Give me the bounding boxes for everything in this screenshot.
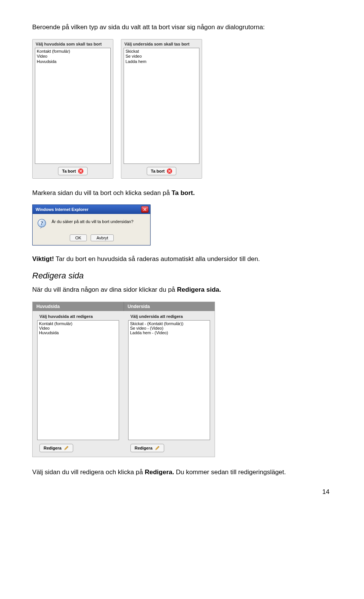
list-item[interactable]: Ladda hem [126,59,198,64]
edit-sub-list[interactable]: Skickat - (Kontakt (formulär)) Se video … [128,320,210,440]
edit-sub-subtitle: Välj undersida att redigera [124,311,215,320]
delete-button[interactable]: Ta bort [147,167,176,175]
outro-pre: Välj sidan du vill redigera och klicka p… [32,469,145,476]
delete-sub-title: Välj undersida som skall tas bort [121,39,202,48]
edit-main-subtitle: Välj huvudsida att redigera [33,311,124,320]
outro-post: Du kommer sedan till redigeringsläget. [174,469,286,476]
mark-text-pre: Markera sidan du vill ta bort och klicka… [32,189,172,197]
page-number: 14 [32,488,332,496]
delete-sub-page-dialog: Välj undersida som skall tas bort Skicka… [121,39,202,179]
list-item[interactable]: Huvudsida [39,330,117,335]
edit-main-header: Huvudsida [33,302,124,311]
list-item[interactable]: Huvudsida [37,59,109,64]
important-label: Viktigt! [32,255,54,263]
important-text: Viktigt! Tar du bort en huvudsida så rad… [32,255,332,264]
edit-intro-pre: När du vill ändra någon av dina sidor kl… [32,286,177,293]
list-item[interactable]: Video [37,54,109,59]
ie-title: Windows Internet Explorer [36,207,88,212]
list-item[interactable]: Skickat [126,49,198,54]
intro-text: Beroende på vilken typ av sida du valt a… [32,23,332,32]
pencil-icon [155,445,160,451]
delete-main-list[interactable]: Kontakt (formulär) Video Huvudsida [35,48,111,164]
list-item[interactable]: Skickat - (Kontakt (formulär)) [130,321,208,326]
list-item[interactable]: Ladda hem - (Video) [130,330,208,335]
delete-dialogs-row: Välj huvudsida som skall tas bort Kontak… [32,39,332,179]
mark-text: Markera sidan du vill ta bort och klicka… [32,189,332,198]
edit-button[interactable]: Redigera [39,444,73,452]
edit-button-label: Redigera [135,446,152,450]
delete-main-title: Välj huvudsida som skall tas bort [33,39,113,48]
list-item[interactable]: Kontakt (formulär) [39,321,117,326]
delete-main-page-dialog: Välj huvudsida som skall tas bort Kontak… [32,39,113,179]
edit-intro-bold: Redigera sida. [177,286,221,293]
important-rest: Tar du bort en huvudsida så raderas auto… [54,255,260,263]
outro-bold: Redigera. [145,469,174,476]
list-item[interactable]: Se video [126,54,198,59]
svg-text:?: ? [41,220,43,226]
delete-button-label: Ta bort [151,169,165,173]
edit-panel: Huvudsida Undersida Välj huvudsida att r… [32,302,215,457]
edit-button[interactable]: Redigera [130,444,164,452]
ie-message: Är du säker på att du vill ta bort under… [52,219,133,224]
cancel-button[interactable]: Avbryt [91,234,114,241]
list-item[interactable]: Kontakt (formulär) [37,49,109,54]
edit-button-label: Redigera [44,446,61,450]
pencil-icon [64,445,69,451]
close-icon [78,168,83,174]
close-icon [167,168,172,174]
question-icon: ? [37,219,48,229]
ie-titlebar: Windows Internet Explorer [33,205,150,214]
edit-sub-header: Undersida [124,302,215,311]
delete-button[interactable]: Ta bort [58,167,88,175]
list-item[interactable]: Video [39,326,117,330]
list-item[interactable]: Se video - (Video) [130,326,208,330]
edit-intro: När du vill ändra någon av dina sidor kl… [32,285,332,295]
section-heading: Redigera sida [32,271,332,281]
mark-text-bold: Ta bort. [172,189,195,197]
delete-sub-list[interactable]: Skickat Se video Ladda hem [124,48,199,164]
ie-confirm-dialog: Windows Internet Explorer [32,204,151,245]
edit-main-list[interactable]: Kontakt (formulär) Video Huvudsida [37,320,119,440]
delete-button-label: Ta bort [62,169,76,173]
window-close-button[interactable] [141,206,149,213]
outro-text: Välj sidan du vill redigera och klicka p… [32,468,332,477]
ok-button[interactable]: OK [70,234,87,241]
